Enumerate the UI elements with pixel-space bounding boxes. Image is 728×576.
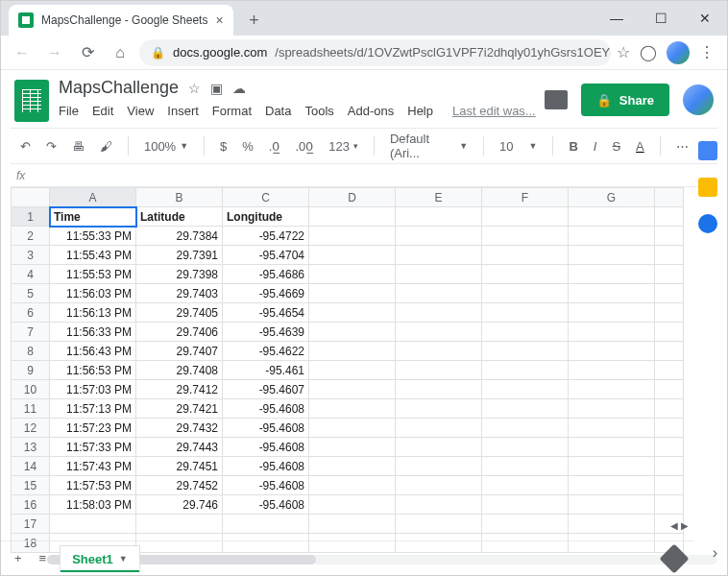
add-sheet-button[interactable]: + [11,547,26,569]
cell[interactable]: Longitude [223,207,309,227]
row-header[interactable]: 4 [12,265,50,284]
row-header[interactable]: 7 [12,323,50,342]
account-avatar[interactable] [683,84,714,115]
row-header[interactable]: 3 [12,246,50,265]
cell[interactable] [396,284,482,303]
new-tab-button[interactable]: + [241,7,268,34]
cell[interactable] [309,284,396,303]
bookmark-icon[interactable]: ☆ [617,43,630,61]
cell[interactable] [655,323,684,342]
cell[interactable]: 29.7384 [136,227,223,246]
explore-button[interactable] [659,543,689,573]
show-side-panel-button[interactable]: › [713,544,717,562]
cell[interactable]: 29.7398 [136,265,223,284]
column-header[interactable]: B [136,188,223,207]
row-header[interactable]: 1 [12,207,50,227]
cell[interactable] [396,515,482,534]
cell[interactable] [309,419,396,438]
cell[interactable] [396,438,482,457]
forward-button[interactable]: → [41,39,68,66]
row-header[interactable]: 14 [12,457,50,476]
increase-decimal-button[interactable]: .00̲ [291,135,317,157]
cell[interactable]: 29.7421 [136,399,223,419]
cell[interactable] [396,246,482,265]
cell[interactable] [655,284,684,303]
cell[interactable]: -95.4639 [223,323,309,342]
currency-button[interactable]: $ [216,135,231,157]
close-window-button[interactable]: ✕ [683,3,727,34]
cell[interactable]: 11:56:53 PM [50,361,136,380]
column-header[interactable] [655,188,684,207]
cell[interactable]: 11:56:43 PM [50,342,136,361]
spreadsheet-grid[interactable]: ABCDEFG1TimeLatitudeLongitude211:55:33 P… [11,187,717,553]
cell[interactable] [309,227,396,246]
cell[interactable] [569,495,655,515]
cell[interactable]: 29.7432 [136,419,223,438]
back-button[interactable]: ← [9,39,36,66]
redo-button[interactable]: ↷ [42,135,61,157]
row-header[interactable]: 11 [12,399,50,419]
cell[interactable] [482,438,569,457]
cell[interactable]: Time [50,207,136,227]
calendar-addon-icon[interactable] [698,141,717,160]
menu-help[interactable]: Help [407,104,433,118]
decrease-decimal-button[interactable]: .0̲ [265,135,284,157]
strike-button[interactable]: S [608,135,624,157]
menu-edit[interactable]: Edit [92,104,113,118]
cell[interactable] [396,227,482,246]
cell[interactable]: -95.4704 [223,246,309,265]
row-header[interactable]: 12 [12,419,50,438]
cell[interactable] [655,227,684,246]
cell[interactable]: 11:56:33 PM [50,323,136,342]
browser-menu-icon[interactable]: ⋮ [699,43,716,61]
cell[interactable] [309,361,396,380]
cell[interactable] [569,284,655,303]
cell[interactable] [655,457,684,476]
cell[interactable] [396,380,482,399]
cell[interactable] [569,419,655,438]
column-header[interactable]: A [50,188,136,207]
percent-button[interactable]: % [238,135,257,157]
column-header[interactable]: E [396,188,482,207]
cell[interactable] [396,207,482,227]
menu-data[interactable]: Data [265,104,291,118]
cell[interactable] [569,399,655,419]
cell[interactable]: -95.4608 [223,495,309,515]
menu-view[interactable]: View [127,104,154,118]
cell[interactable] [396,342,482,361]
cell[interactable] [396,457,482,476]
cell[interactable] [396,265,482,284]
paint-format-button[interactable]: 🖌 [96,135,116,157]
cell[interactable]: -95.4608 [223,419,309,438]
cell[interactable] [569,380,655,399]
cell[interactable] [655,380,684,399]
row-header[interactable]: 17 [12,515,50,534]
cell[interactable]: 11:57:33 PM [50,438,136,457]
cell[interactable] [482,515,569,534]
comments-icon[interactable] [545,90,568,109]
menu-format[interactable]: Format [212,104,252,118]
formula-bar[interactable]: fx [11,164,717,187]
cell[interactable] [482,476,569,495]
cell[interactable]: 11:57:53 PM [50,476,136,495]
cell[interactable]: -95.4622 [223,342,309,361]
menu-tools[interactable]: Tools [304,104,333,118]
maximize-button[interactable]: ☐ [639,3,683,34]
cell[interactable] [396,419,482,438]
cell[interactable] [482,342,569,361]
cell[interactable] [569,265,655,284]
star-doc-icon[interactable]: ☆ [188,81,201,96]
sheet-tab-menu-icon[interactable]: ▼ [119,554,128,564]
cloud-status-icon[interactable]: ☁ [232,81,246,96]
home-button[interactable]: ⌂ [107,39,133,66]
row-header[interactable]: 13 [12,438,50,457]
italic-button[interactable]: I [590,135,601,157]
cell[interactable] [396,323,482,342]
row-header[interactable]: 8 [12,342,50,361]
cell[interactable]: -95.461 [223,361,309,380]
cell[interactable] [482,246,569,265]
cell[interactable] [309,342,396,361]
row-header[interactable]: 2 [12,227,50,246]
cell[interactable] [482,207,569,227]
font-size-select[interactable]: 10▼ [496,135,541,157]
